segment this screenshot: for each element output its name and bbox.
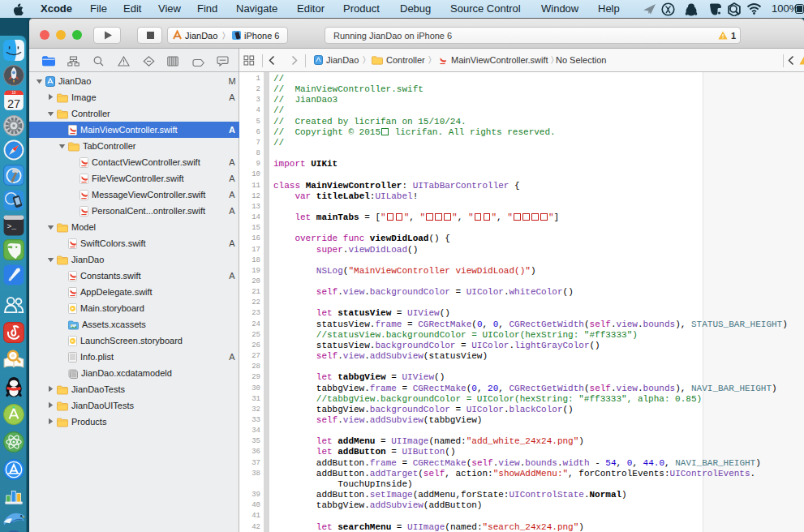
svg-text:27: 27: [6, 97, 19, 110]
svg-text:10: 10: [11, 91, 16, 95]
svg-text:>_: >_: [6, 222, 16, 231]
